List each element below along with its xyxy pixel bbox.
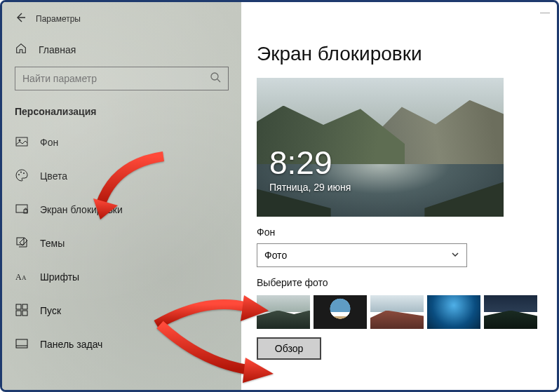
start-icon xyxy=(15,303,29,319)
sidebar-item-fonts[interactable]: AA Шрифты xyxy=(15,260,229,294)
sidebar-item-taskbar[interactable]: Панель задач xyxy=(15,327,229,361)
choose-photo-label: Выберите фото xyxy=(257,277,541,288)
themes-icon xyxy=(15,236,29,252)
svg-line-1 xyxy=(217,79,220,82)
search-field[interactable] xyxy=(22,73,210,84)
svg-rect-15 xyxy=(22,311,27,316)
search-input[interactable] xyxy=(15,67,229,90)
photo-thumb[interactable] xyxy=(427,295,480,329)
svg-text:A: A xyxy=(15,272,22,282)
photo-thumb[interactable] xyxy=(257,295,310,329)
sidebar-item-colors[interactable]: Цвета xyxy=(15,159,229,193)
lockscreen-icon xyxy=(15,202,29,218)
search-icon xyxy=(210,72,221,86)
photo-thumb[interactable] xyxy=(370,295,424,329)
sidebar-item-label: Фон xyxy=(40,137,58,148)
sidebar-item-label: Шрифты xyxy=(40,271,79,283)
preview-clock: 8:29 Пятница, 29 июня xyxy=(269,147,351,193)
browse-button[interactable]: Обзор xyxy=(257,337,321,360)
background-dropdown[interactable]: Фото xyxy=(257,243,467,267)
sidebar: Параметры Главная Персонализация Фон Цве… xyxy=(2,2,241,390)
sidebar-item-label: Пуск xyxy=(40,305,61,316)
titlebar: Параметры xyxy=(15,9,229,38)
sidebar-item-lockscreen[interactable]: Экран блокировки xyxy=(15,193,229,227)
sidebar-item-start[interactable]: Пуск xyxy=(15,294,229,327)
sidebar-item-background[interactable]: Фон xyxy=(15,126,229,159)
home-label: Главная xyxy=(39,44,76,55)
svg-rect-14 xyxy=(16,311,21,316)
svg-point-3 xyxy=(19,139,21,141)
home-icon xyxy=(15,42,27,57)
page-title: Экран блокировки xyxy=(257,43,541,65)
picture-icon xyxy=(15,135,29,151)
background-label: Фон xyxy=(257,227,541,238)
fonts-icon: AA xyxy=(15,269,29,285)
sidebar-item-label: Экран блокировки xyxy=(40,204,123,215)
dropdown-value: Фото xyxy=(264,250,287,261)
sidebar-item-label: Темы xyxy=(40,238,65,249)
svg-rect-12 xyxy=(16,304,21,309)
main-content: — Экран блокировки 8:29 Пятница, 29 июня… xyxy=(241,2,557,390)
preview-time: 8:29 xyxy=(269,147,351,179)
window-title: Параметры xyxy=(36,14,81,24)
minimize-button[interactable]: — xyxy=(540,6,550,18)
svg-text:A: A xyxy=(22,274,27,281)
section-title: Персонализация xyxy=(15,106,229,117)
home-link[interactable]: Главная xyxy=(15,38,229,67)
chevron-down-icon xyxy=(451,250,459,261)
svg-point-4 xyxy=(18,174,20,175)
back-icon[interactable] xyxy=(15,12,26,25)
lockscreen-preview: 8:29 Пятница, 29 июня xyxy=(257,78,504,217)
sidebar-item-label: Цвета xyxy=(40,170,67,182)
svg-rect-16 xyxy=(16,339,27,348)
sidebar-item-themes[interactable]: Темы xyxy=(15,227,229,260)
sidebar-item-label: Панель задач xyxy=(40,339,102,350)
svg-point-5 xyxy=(20,171,22,173)
svg-point-0 xyxy=(211,73,218,80)
photo-thumb[interactable] xyxy=(314,295,367,329)
preview-date: Пятница, 29 июня xyxy=(269,182,351,193)
photo-thumb[interactable] xyxy=(484,295,537,329)
svg-rect-13 xyxy=(22,304,27,309)
taskbar-icon xyxy=(15,337,29,353)
palette-icon xyxy=(15,168,29,184)
svg-point-6 xyxy=(23,173,25,174)
photo-thumbnails xyxy=(257,295,541,329)
window-controls: — xyxy=(540,6,550,18)
